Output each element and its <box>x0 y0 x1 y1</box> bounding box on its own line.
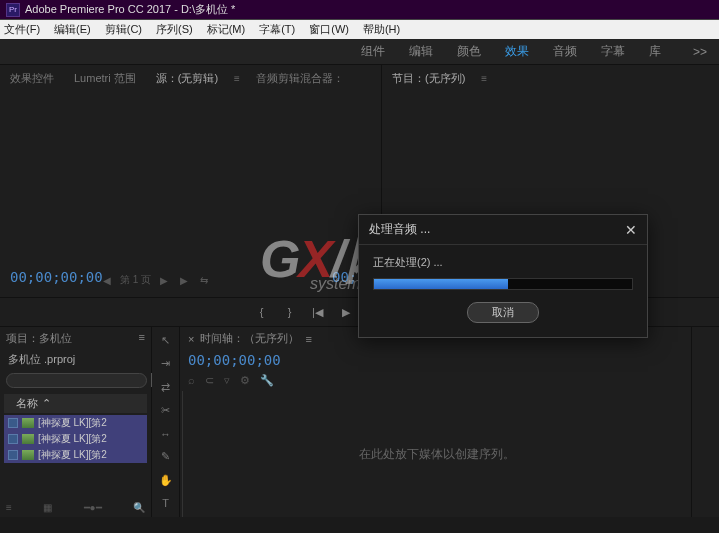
settings-icon[interactable]: ⚙ <box>240 374 250 387</box>
project-title[interactable]: 项目：多机位 <box>6 331 72 346</box>
loop-icon[interactable]: ⇆ <box>197 273 211 287</box>
prev-page-icon[interactable]: ◀ <box>100 273 114 287</box>
timeline-menu-icon[interactable]: ≡ <box>305 333 311 345</box>
progress-dialog: 处理音频 ... ✕ 正在处理(2) ... 取消 <box>358 214 648 338</box>
next-page-icon[interactable]: ▶ <box>157 273 171 287</box>
project-header: 项目：多机位 ≡ <box>0 327 151 350</box>
ws-audio[interactable]: 音频 <box>553 43 577 60</box>
tab-program[interactable]: 节目：(无序列) <box>388 69 469 88</box>
wrench-icon[interactable]: 🔧 <box>260 374 274 387</box>
panel-menu-icon[interactable]: ≡ <box>139 331 145 346</box>
project-panel: 项目：多机位 ≡ 多机位 .prproj ▭ 名称 ⌃ [神探夏 LK][第2 … <box>0 327 152 517</box>
ws-titles[interactable]: 字幕 <box>601 43 625 60</box>
app-icon: Pr <box>6 3 20 17</box>
track-select-tool-icon[interactable]: ⇥ <box>158 356 174 371</box>
checkbox-icon[interactable] <box>8 418 18 428</box>
ripple-tool-icon[interactable]: ⇄ <box>158 380 174 395</box>
timeline-marker-icon[interactable]: × <box>188 333 194 345</box>
timeline-toolbar: ⌕ ⊂ ▿ ⚙ 🔧 <box>180 370 691 391</box>
pen-tool-icon[interactable]: ✎ <box>158 449 174 464</box>
tab-menu-icon[interactable]: ≡ <box>234 73 240 84</box>
timeline-dropzone[interactable]: 在此处放下媒体以创建序列。 <box>182 391 691 517</box>
razor-tool-icon[interactable]: ✂ <box>158 403 174 418</box>
step-back-icon[interactable]: |◀ <box>310 304 326 320</box>
source-timecode[interactable]: 00;00;00;00 <box>10 269 103 285</box>
ws-effects[interactable]: 效果 <box>505 43 529 60</box>
menu-clip[interactable]: 剪辑(C) <box>105 22 142 37</box>
clip-icon <box>22 450 34 460</box>
progress-fill <box>374 279 508 289</box>
linked-icon[interactable]: ⊂ <box>205 374 214 387</box>
titlebar: Pr Adobe Premiere Pro CC 2017 - D:\多机位 * <box>0 0 719 20</box>
dialog-message: 正在处理(2) ... <box>373 255 633 270</box>
program-tab-menu-icon[interactable]: ≡ <box>481 73 487 84</box>
cancel-button[interactable]: 取消 <box>467 302 539 323</box>
dialog-titlebar: 处理音频 ... ✕ <box>359 215 647 245</box>
source-panel: 效果控件 Lumetri 范围 源：(无剪辑) ≡ 音频剪辑混合器： 00;00… <box>0 65 382 297</box>
tab-audio-mixer[interactable]: 音频剪辑混合器： <box>252 69 348 88</box>
close-icon[interactable]: ✕ <box>625 222 637 238</box>
source-page-controls: ◀ 第 1 页 ▶ ▶ ⇆ <box>100 273 211 287</box>
menubar: 文件(F) 编辑(E) 剪辑(C) 序列(S) 标记(M) 字幕(T) 窗口(W… <box>0 20 719 39</box>
sort-icon: ⌃ <box>42 397 51 410</box>
window-title: Adobe Premiere Pro CC 2017 - D:\多机位 * <box>25 2 235 17</box>
menu-help[interactable]: 帮助(H) <box>363 22 400 37</box>
selection-tool-icon[interactable]: ↖ <box>158 333 174 348</box>
workspace-bar: 组件 编辑 颜色 效果 音频 字幕 库 >> <box>0 39 719 65</box>
column-name-header[interactable]: 名称 ⌃ <box>4 394 147 413</box>
timeline-title[interactable]: 时间轴：（无序列） <box>200 331 299 346</box>
clip-name: [神探夏 LK][第2 <box>38 432 107 446</box>
project-search-input[interactable] <box>6 373 147 388</box>
menu-marker[interactable]: 标记(M) <box>207 22 246 37</box>
progress-bar <box>373 278 633 290</box>
mark-out-icon[interactable]: } <box>282 304 298 320</box>
dialog-body: 正在处理(2) ... 取消 <box>359 245 647 337</box>
ws-assembly[interactable]: 组件 <box>361 43 385 60</box>
audio-meter-panel <box>691 327 719 517</box>
timeline-timecode[interactable]: 00;00;00;00 <box>180 350 691 370</box>
find-icon[interactable]: 🔍 <box>133 502 145 513</box>
checkbox-icon[interactable] <box>8 434 18 444</box>
page-label: 第 1 页 <box>120 273 151 287</box>
menu-title[interactable]: 字幕(T) <box>259 22 295 37</box>
snap-icon[interactable]: ⌕ <box>188 374 195 387</box>
list-item[interactable]: [神探夏 LK][第2 <box>4 447 147 463</box>
ws-overflow-icon[interactable]: >> <box>693 45 707 59</box>
clip-name: [神探夏 LK][第2 <box>38 448 107 462</box>
clip-name: [神探夏 LK][第2 <box>38 416 107 430</box>
checkbox-icon[interactable] <box>8 450 18 460</box>
clip-icon <box>22 418 34 428</box>
hand-tool-icon[interactable]: ✋ <box>158 473 174 488</box>
source-tabs: 效果控件 Lumetri 范围 源：(无剪辑) ≡ 音频剪辑混合器： <box>0 65 381 92</box>
menu-file[interactable]: 文件(F) <box>4 22 40 37</box>
dialog-title-text: 处理音频 ... <box>369 221 430 238</box>
list-item[interactable]: [神探夏 LK][第2 <box>4 431 147 447</box>
menu-window[interactable]: 窗口(W) <box>309 22 349 37</box>
icon-view-icon[interactable]: ▦ <box>43 502 52 513</box>
type-tool-icon[interactable]: T <box>158 496 174 511</box>
play-icon[interactable]: ▶ <box>177 273 191 287</box>
tools-column: ↖ ⇥ ⇄ ✂ ↔ ✎ ✋ T <box>152 327 180 517</box>
bottom-panels: 项目：多机位 ≡ 多机位 .prproj ▭ 名称 ⌃ [神探夏 LK][第2 … <box>0 327 719 517</box>
zoom-slider[interactable]: ━●━ <box>84 502 102 513</box>
list-item[interactable]: [神探夏 LK][第2 <box>4 415 147 431</box>
ws-libraries[interactable]: 库 <box>649 43 661 60</box>
tab-lumetri[interactable]: Lumetri 范围 <box>70 69 140 88</box>
timeline-empty-msg: 在此处放下媒体以创建序列。 <box>359 446 515 463</box>
project-footer: ≡ ▦ ━●━ 🔍 <box>0 498 151 517</box>
project-search-row: ▭ <box>6 373 145 388</box>
tab-effect-controls[interactable]: 效果控件 <box>6 69 58 88</box>
ws-editing[interactable]: 编辑 <box>409 43 433 60</box>
project-filename: 多机位 .prproj <box>0 350 151 369</box>
play-icon[interactable]: ▶ <box>338 304 354 320</box>
name-header-label: 名称 <box>16 396 38 411</box>
menu-edit[interactable]: 编辑(E) <box>54 22 91 37</box>
marker-icon[interactable]: ▿ <box>224 374 230 387</box>
mark-in-icon[interactable]: { <box>254 304 270 320</box>
list-view-icon[interactable]: ≡ <box>6 502 12 513</box>
slip-tool-icon[interactable]: ↔ <box>158 426 174 441</box>
clip-icon <box>22 434 34 444</box>
menu-sequence[interactable]: 序列(S) <box>156 22 193 37</box>
tab-source[interactable]: 源：(无剪辑) <box>152 69 222 88</box>
ws-color[interactable]: 颜色 <box>457 43 481 60</box>
